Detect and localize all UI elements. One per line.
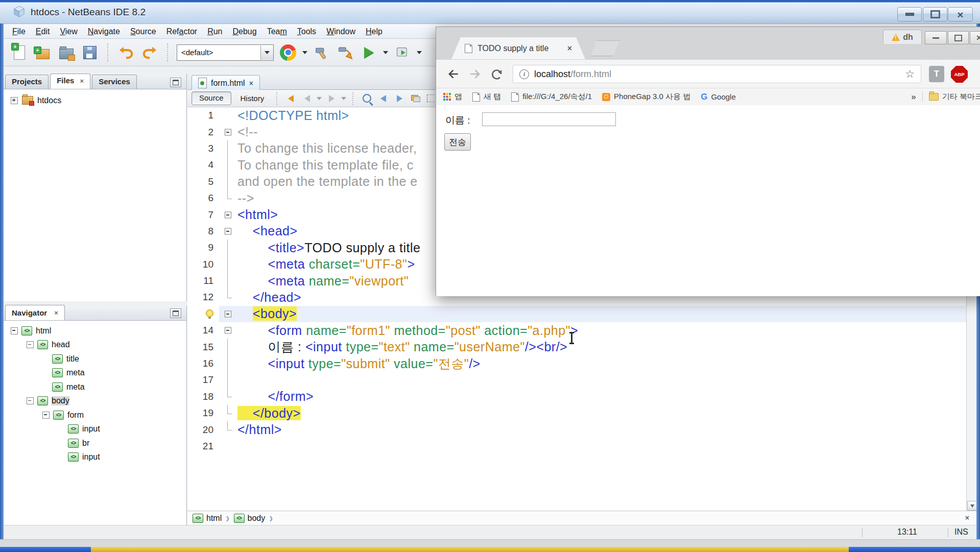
nav-item-meta-4[interactable]: <>meta <box>4 380 186 394</box>
debug-dropdown-icon[interactable] <box>417 51 422 54</box>
code-line[interactable]: 19 </body> <box>187 405 966 421</box>
menu-run[interactable]: Run <box>202 24 227 39</box>
bookmark-star-icon[interactable]: ☆ <box>905 68 915 80</box>
collapse-icon[interactable] <box>27 397 34 404</box>
new-file-icon[interactable]: + <box>10 43 29 62</box>
tab-services[interactable]: Services <box>92 75 137 89</box>
code-line[interactable]: <body> <box>187 306 966 322</box>
submit-button[interactable]: 전송 <box>444 133 471 151</box>
debug-project-icon[interactable] <box>393 43 412 62</box>
fold-margin[interactable] <box>219 223 237 239</box>
fold-margin[interactable] <box>219 322 237 339</box>
find-selection-icon[interactable] <box>360 92 373 105</box>
back-icon[interactable] <box>300 92 314 105</box>
nav-item-body-5[interactable]: <>body <box>4 394 186 409</box>
menu-tools[interactable]: Tools <box>292 24 321 39</box>
bookmark-item[interactable]: 앱 <box>443 92 462 102</box>
taskbar-flashing-button[interactable] <box>91 547 849 552</box>
menu-navigate[interactable]: Navigate <box>83 24 125 39</box>
chrome-close-button[interactable]: × <box>970 31 980 44</box>
source-view-button[interactable]: Source <box>192 91 231 105</box>
collapse-icon[interactable] <box>27 341 34 348</box>
menu-edit[interactable]: Edit <box>31 24 55 39</box>
maximize-button[interactable] <box>923 7 947 21</box>
hint-lightbulb-icon[interactable] <box>206 309 213 317</box>
page-info-icon[interactable]: i <box>519 69 529 79</box>
browser-reload-icon[interactable] <box>487 65 506 83</box>
nav-item-form-6[interactable]: <>form <box>4 408 186 422</box>
browser-chrome-icon[interactable] <box>279 43 297 62</box>
toggle-highlight-icon[interactable] <box>409 92 422 105</box>
forward-icon[interactable] <box>325 92 338 105</box>
next-occurrence-icon[interactable] <box>393 92 406 105</box>
nav-item-br-8[interactable]: <>br <box>4 436 186 450</box>
other-bookmarks-button[interactable]: 기타 북마크 <box>929 92 980 102</box>
code-line[interactable]: 18 </form> <box>187 389 966 405</box>
code-line[interactable]: 21 <box>187 438 966 454</box>
code-line[interactable]: 15 이름 : <input type="text" name="userNam… <box>187 339 966 355</box>
browser-back-icon[interactable] <box>444 65 463 83</box>
close-button[interactable]: × <box>948 7 973 21</box>
menu-refactor[interactable]: Refactor <box>161 24 202 39</box>
save-all-icon[interactable] <box>81 43 99 62</box>
bookmark-item[interactable]: 새 탭 <box>472 92 501 102</box>
code-line[interactable]: 14 <form name="form1" method="post" acti… <box>187 322 966 339</box>
run-project-icon[interactable] <box>360 43 378 62</box>
tree-item-htdocs[interactable]: htdocs <box>4 93 186 108</box>
menu-source[interactable]: Source <box>125 24 161 39</box>
redo-icon[interactable] <box>140 43 159 62</box>
previous-occurrence-icon[interactable] <box>376 92 390 105</box>
combobox-arrow-icon[interactable] <box>260 45 273 60</box>
bookmark-item[interactable]: GGoogle <box>701 92 736 102</box>
netbeans-titlebar[interactable]: htdocs - NetBeans IDE 8.2 × <box>0 0 980 24</box>
close-panel-icon[interactable]: × <box>54 306 58 319</box>
minimize-button[interactable] <box>897 7 922 21</box>
build-project-icon[interactable] <box>313 43 331 62</box>
forward-dropdown-icon[interactable] <box>341 97 346 100</box>
config-combobox[interactable]: <default> <box>177 44 274 61</box>
open-project-icon[interactable] <box>57 43 76 62</box>
collapse-icon[interactable] <box>42 412 50 419</box>
menu-view[interactable]: View <box>55 24 82 39</box>
fold-margin[interactable] <box>219 124 237 140</box>
run-dropdown-icon[interactable] <box>383 51 388 54</box>
collapse-icon[interactable] <box>11 327 18 334</box>
menu-window[interactable]: Window <box>321 24 361 39</box>
menu-file[interactable]: File <box>7 24 31 39</box>
name-input[interactable] <box>482 112 616 126</box>
nav-item-input-9[interactable]: <>input <box>4 450 186 465</box>
tab-navigator[interactable]: Navigator × <box>5 305 65 320</box>
browser-tab[interactable]: TODO supply a title × <box>451 37 585 59</box>
adblock-plus-icon[interactable]: ABP <box>951 66 968 83</box>
back-dropdown-icon[interactable] <box>317 97 322 100</box>
extension-t-icon[interactable]: T <box>929 66 944 82</box>
code-line[interactable]: 17 <box>187 372 966 388</box>
minimize-panel-icon[interactable] <box>170 78 181 87</box>
fold-margin[interactable] <box>219 306 237 322</box>
bookmark-item[interactable]: file:///G:/4_26/속성/1 <box>511 92 592 102</box>
breadcrumb-item-html[interactable]: <>html› <box>193 513 231 524</box>
nav-item-html-0[interactable]: <>html <box>4 324 186 338</box>
breadcrumb-item-body[interactable]: <>body› <box>234 513 274 524</box>
undo-icon[interactable] <box>117 43 135 62</box>
bookmark-item[interactable]: PhoneGap 3.0 사용 법 <box>602 92 690 102</box>
close-breadcrumb-icon[interactable]: × <box>965 514 969 522</box>
nav-item-input-7[interactable]: <>input <box>4 422 186 437</box>
code-line[interactable]: 16 <input type="submit" value="전송"/> <box>187 355 966 372</box>
expand-icon[interactable] <box>11 97 18 104</box>
minimize-panel-icon[interactable] <box>170 308 181 318</box>
scroll-down-icon[interactable] <box>967 501 977 511</box>
tab-files[interactable]: Files × <box>50 74 90 89</box>
tab-projects[interactable]: Projects <box>5 75 49 89</box>
last-edit-position-icon[interactable] <box>284 92 297 105</box>
history-view-button[interactable]: History <box>234 92 271 105</box>
tab-form-html[interactable]: form.html × <box>192 75 260 90</box>
browser-dropdown-icon[interactable] <box>302 51 307 54</box>
fold-margin[interactable] <box>219 206 237 223</box>
browser-forward-icon[interactable] <box>466 65 484 83</box>
bookmarks-overflow-icon[interactable]: » <box>911 92 916 102</box>
address-bar[interactable]: i localhost/form.html ☆ <box>513 65 921 83</box>
nav-item-meta-3[interactable]: <>meta <box>4 366 186 380</box>
close-tab-icon[interactable]: × <box>567 44 572 53</box>
close-panel-icon[interactable]: × <box>80 77 84 85</box>
